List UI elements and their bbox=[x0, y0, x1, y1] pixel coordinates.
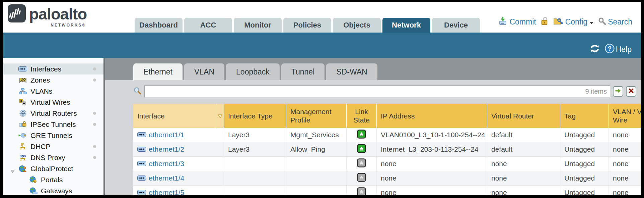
column-header-virtual-router[interactable]: Virtual Router bbox=[487, 104, 560, 128]
cell-interface: ethernet1/1 bbox=[133, 128, 224, 142]
interface-link[interactable]: ethernet1/4 bbox=[149, 174, 184, 182]
nav-tab-acc[interactable]: ACC bbox=[184, 18, 232, 33]
lock-icon bbox=[541, 16, 549, 28]
cell-interface: ethernet1/3 bbox=[133, 157, 224, 171]
help-icon: ? bbox=[605, 44, 615, 55]
cell-ip: none bbox=[377, 157, 487, 171]
sidebar-item-globalprotect[interactable]: GlobalProtect bbox=[3, 163, 103, 174]
nav-tab-policies[interactable]: Policies bbox=[283, 18, 331, 33]
cell-type: Layer3 bbox=[224, 142, 286, 156]
sort-triangle-icon bbox=[217, 112, 223, 120]
cell-link bbox=[347, 128, 377, 142]
column-header-vlan-virtual-wire[interactable]: VLAN / Virtual Wire bbox=[609, 104, 641, 128]
cell-profile bbox=[286, 171, 347, 185]
sort-dropdown[interactable] bbox=[216, 104, 224, 128]
sidebar-item-label: Interfaces bbox=[30, 65, 61, 73]
commit-button[interactable]: Commit bbox=[498, 16, 536, 28]
cell-vlan: none bbox=[609, 128, 641, 142]
status-dot bbox=[93, 79, 96, 82]
help-button[interactable]: ? Help bbox=[605, 44, 632, 55]
sidebar-item-virtual-routers[interactable]: Virtual Routers bbox=[3, 108, 103, 119]
main-region: InterfacesZonesVLANsVirtual WiresVirtual… bbox=[3, 58, 641, 195]
interface-chip-icon bbox=[137, 174, 146, 182]
cell-profile: Mgmt_Services bbox=[286, 128, 347, 142]
link-state-up-icon bbox=[357, 130, 366, 140]
interface-type-tabs: EthernetVLANLoopbackTunnelSD-WAN bbox=[105, 58, 641, 80]
cell-ip: VLAN0100_L3_10-1-100-254--24 bbox=[377, 128, 487, 142]
sidebar-item-vlans[interactable]: VLANs bbox=[3, 86, 103, 97]
cell-vrouter: none bbox=[487, 171, 560, 185]
interface-link[interactable]: ethernet1/2 bbox=[149, 145, 184, 153]
search-button[interactable]: Search bbox=[598, 17, 632, 27]
tab-loopback[interactable]: Loopback bbox=[226, 63, 280, 80]
lock-button[interactable] bbox=[541, 16, 549, 28]
column-header-tag[interactable]: Tag bbox=[560, 104, 609, 128]
items-count: 9 items bbox=[585, 88, 607, 95]
clear-filter-button[interactable] bbox=[626, 86, 636, 97]
filter-magnifier-icon bbox=[133, 87, 142, 96]
status-dot bbox=[93, 145, 96, 148]
nav-tab-device[interactable]: Device bbox=[432, 18, 480, 33]
interface-link[interactable]: ethernet1/1 bbox=[149, 131, 184, 139]
column-header-management-profile[interactable]: Management Profile bbox=[286, 104, 347, 128]
green-arrow-icon bbox=[615, 88, 621, 95]
table-row: ethernet1/5nonenoneUntaggednone bbox=[133, 186, 641, 195]
cell-tag: Untagged bbox=[560, 142, 609, 156]
sidebar-item-label: Portals bbox=[41, 176, 63, 184]
status-dot bbox=[93, 67, 96, 70]
filter-input[interactable] bbox=[144, 85, 610, 97]
refresh-button[interactable] bbox=[589, 44, 600, 55]
apply-filter-button[interactable] bbox=[613, 86, 623, 97]
nav-tab-monitor[interactable]: Monitor bbox=[234, 18, 282, 33]
cell-type bbox=[224, 186, 286, 195]
sidebar-item-interfaces[interactable]: Interfaces bbox=[3, 63, 103, 75]
dhcp-icon: IP bbox=[18, 143, 27, 150]
sidebar-item-virtual-wires[interactable]: Virtual Wires bbox=[3, 97, 103, 108]
column-header-interface[interactable]: Interface bbox=[133, 104, 216, 128]
top-actions: Commit Config Search bbox=[498, 16, 632, 28]
nav-tab-objects[interactable]: Objects bbox=[333, 18, 381, 33]
interface-chip-icon bbox=[137, 189, 146, 195]
cell-link bbox=[347, 186, 377, 195]
tab-ethernet[interactable]: Ethernet bbox=[133, 63, 183, 80]
sidebar-item-portals[interactable]: Portals bbox=[3, 174, 103, 185]
sidebar-item-label: Gateways bbox=[41, 187, 72, 195]
ipsec-tunnels-icon bbox=[18, 121, 27, 128]
interface-link[interactable]: ethernet1/3 bbox=[149, 160, 184, 168]
cell-interface: ethernet1/5 bbox=[133, 186, 224, 195]
column-header-ip-address[interactable]: IP Address bbox=[377, 104, 487, 128]
sidebar-item-gateways[interactable]: Gateways bbox=[3, 185, 103, 195]
sidebar-item-label: GRE Tunnels bbox=[30, 132, 72, 140]
sidebar-item-label: Virtual Wires bbox=[30, 98, 70, 106]
sidebar-item-ipsec-tunnels[interactable]: IPSec Tunnels bbox=[3, 119, 103, 130]
content-panel: EthernetVLANLoopbackTunnelSD-WAN 9 items… bbox=[105, 58, 641, 195]
filter-row: 9 items bbox=[133, 85, 636, 98]
config-menu-button[interactable]: Config bbox=[553, 17, 594, 28]
sidebar-item-gre-tunnels[interactable]: GRE Tunnels bbox=[3, 130, 103, 141]
cell-ip: none bbox=[377, 186, 487, 195]
sidebar-item-dhcp[interactable]: IPDHCP bbox=[3, 141, 103, 152]
chevron-down-icon bbox=[589, 17, 594, 27]
status-dot bbox=[93, 156, 96, 159]
tab-sd-wan[interactable]: SD-WAN bbox=[326, 63, 377, 80]
sidebar-item-label: Virtual Routers bbox=[30, 109, 77, 117]
interfaces-table: InterfaceInterface TypeManagement Profil… bbox=[133, 104, 641, 195]
nav-tab-dashboard[interactable]: Dashboard bbox=[135, 18, 183, 33]
cell-type: Layer3 bbox=[224, 128, 286, 142]
sidebar-item-label: Zones bbox=[30, 76, 50, 84]
sidebar-item-zones[interactable]: Zones bbox=[3, 75, 103, 86]
sidebar-item-dns-proxy[interactable]: DNSDNS Proxy bbox=[3, 152, 103, 163]
sidebar-item-label: IPSec Tunnels bbox=[30, 120, 76, 129]
interface-link[interactable]: ethernet1/5 bbox=[149, 189, 184, 195]
teal-header-bar: ? Help bbox=[3, 33, 641, 58]
nav-tab-network[interactable]: Network bbox=[382, 18, 430, 33]
tab-tunnel[interactable]: Tunnel bbox=[281, 63, 325, 80]
tab-vlan[interactable]: VLAN bbox=[184, 63, 224, 80]
column-header-link-state[interactable]: Link State bbox=[347, 104, 377, 128]
svg-text:DNS: DNS bbox=[19, 154, 26, 158]
dns-proxy-icon: DNS bbox=[18, 154, 27, 161]
column-header-interface-type[interactable]: Interface Type bbox=[224, 104, 286, 128]
red-x-icon bbox=[629, 88, 634, 95]
expander-triangle-icon[interactable] bbox=[10, 167, 15, 175]
cell-tag: Untagged bbox=[560, 128, 609, 142]
